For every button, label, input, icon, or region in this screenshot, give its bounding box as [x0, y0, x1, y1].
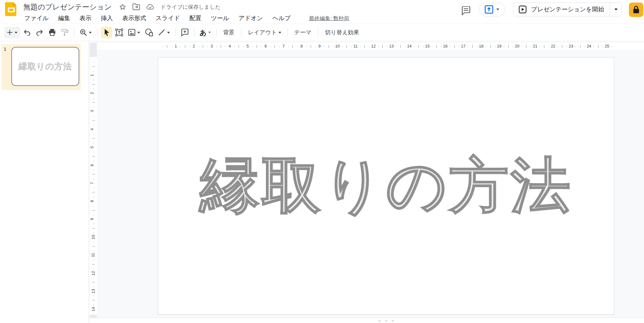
v-ruler-tick: [92, 102, 95, 103]
menu-addons[interactable]: アドオン: [238, 14, 264, 23]
insert-shape-button[interactable]: [143, 27, 155, 38]
h-ruler-number: 1: [175, 44, 177, 48]
paint-format-button[interactable]: [59, 27, 70, 38]
share-upload-icon: [484, 5, 494, 14]
app-header: 無題のプレゼンテーション ドライブに保存しました ファイル 編集 表示 挿入 表…: [0, 0, 644, 24]
select-tool-button[interactable]: [101, 27, 112, 38]
slide-thumbnail-item[interactable]: 1 縁取りの方法: [1, 44, 81, 90]
v-ruler-dot: [93, 62, 94, 62]
background-button[interactable]: 背景: [220, 27, 238, 38]
plus-icon: [7, 30, 13, 35]
v-ruler-number: 5: [90, 146, 94, 148]
slide-thumbnail[interactable]: 縁取りの方法: [11, 47, 79, 86]
h-ruler-number: 7: [282, 44, 285, 48]
insert-image-button[interactable]: [126, 27, 142, 38]
slides-logo-icon[interactable]: [5, 2, 18, 16]
h-ruler-dot: [315, 46, 316, 47]
menu-help[interactable]: ヘルプ: [272, 14, 291, 23]
toolbar-divider: [97, 28, 97, 37]
h-ruler-tick: [167, 45, 167, 48]
v-ruler-dot: [93, 116, 94, 116]
account-avatar[interactable]: [629, 3, 643, 17]
transition-button[interactable]: 切り替え効果: [322, 27, 362, 38]
shape-icon: [145, 28, 153, 37]
h-ruler-tick: [257, 45, 257, 48]
v-ruler-dot: [93, 143, 94, 143]
v-ruler-dot: [93, 269, 94, 269]
h-ruler-dot: [333, 46, 334, 47]
zoom-icon: [80, 29, 87, 36]
v-ruler-number: 11: [91, 253, 95, 258]
h-ruler-number: 12: [371, 44, 375, 48]
h-ruler-dot: [306, 46, 307, 47]
h-ruler-dot: [378, 46, 379, 47]
v-ruler-dot: [93, 98, 94, 99]
toolbar-divider: [241, 28, 242, 37]
new-slide-button[interactable]: [4, 27, 20, 38]
toolbar-divider: [74, 28, 74, 37]
last-edit-link[interactable]: 最終編集: 数秒前: [309, 15, 349, 22]
share-button[interactable]: [479, 3, 505, 16]
menu-view[interactable]: 表示: [79, 14, 92, 23]
h-ruler-tick: [329, 45, 329, 48]
h-ruler-tick: [239, 45, 239, 48]
h-ruler-dot: [171, 46, 172, 47]
slide-outlined-text[interactable]: 縁取りの方法: [200, 146, 572, 226]
h-ruler-tick: [436, 45, 437, 48]
layout-button[interactable]: レイアウト: [245, 27, 284, 38]
v-ruler-tick: [92, 300, 95, 300]
v-ruler-dot: [93, 179, 94, 179]
h-ruler-number: 11: [353, 44, 358, 48]
present-options-caret[interactable]: [610, 3, 622, 16]
redo-button[interactable]: [34, 27, 45, 38]
move-to-folder-icon[interactable]: [132, 3, 141, 11]
theme-button[interactable]: テーマ: [291, 27, 315, 38]
toolbar-divider: [318, 28, 318, 37]
h-ruler-tick: [382, 45, 383, 48]
slide-canvas[interactable]: 縁取りの方法: [158, 57, 614, 314]
h-ruler-dot: [369, 46, 369, 47]
h-ruler-number: 25: [605, 44, 609, 48]
h-ruler-dot: [567, 46, 567, 47]
toolbar: あ 背景 レイアウト テーマ 切り替え効果: [0, 24, 644, 41]
print-button[interactable]: [47, 27, 58, 38]
h-ruler-dot: [279, 46, 280, 47]
notes-drag-handle[interactable]: [378, 320, 394, 321]
star-icon[interactable]: [119, 3, 127, 11]
menu-edit[interactable]: 編集: [58, 14, 71, 23]
present-play-icon: [519, 5, 527, 14]
comments-icon[interactable]: [459, 4, 473, 17]
document-title[interactable]: 無題のプレゼンテーション: [23, 2, 112, 12]
h-ruler-dot: [540, 46, 540, 47]
h-ruler-tick: [508, 45, 508, 48]
menu-file[interactable]: ファイル: [24, 14, 49, 23]
h-ruler-dot: [243, 46, 244, 47]
h-ruler-dot: [495, 46, 495, 47]
menu-arrange[interactable]: 配置: [189, 14, 202, 23]
v-ruler-number: 12: [91, 271, 96, 275]
v-ruler-number: 10: [91, 235, 96, 239]
header-actions: プレゼンテーションを開始: [459, 0, 644, 24]
text-box-button[interactable]: [114, 27, 125, 38]
insert-comment-button[interactable]: [179, 27, 191, 38]
h-ruler-dot: [414, 46, 414, 47]
h-ruler-dot: [459, 46, 459, 47]
v-ruler-dot: [93, 80, 94, 80]
share-caret-icon: [496, 8, 500, 11]
h-ruler-tick: [562, 45, 562, 48]
present-main[interactable]: プレゼンテーションを開始: [514, 3, 610, 16]
menu-insert[interactable]: 挿入: [100, 14, 114, 23]
h-ruler-number: 4: [229, 44, 231, 48]
zoom-button[interactable]: [78, 27, 94, 38]
v-ruler-tick: [92, 246, 95, 246]
input-tools-button[interactable]: あ: [198, 27, 213, 38]
menu-bar: ファイル 編集 表示 挿入 表示形式 スライド 配置 ツール アドオン ヘルプ …: [24, 14, 349, 23]
v-ruler-tick: [92, 228, 95, 229]
h-ruler-dot: [593, 46, 594, 47]
insert-line-button[interactable]: [156, 27, 172, 38]
undo-button[interactable]: [21, 27, 33, 38]
menu-tools[interactable]: ツール: [210, 14, 230, 23]
menu-slide[interactable]: スライド: [155, 14, 181, 23]
menu-format[interactable]: 表示形式: [122, 14, 147, 23]
present-button[interactable]: プレゼンテーションを開始: [513, 3, 622, 16]
